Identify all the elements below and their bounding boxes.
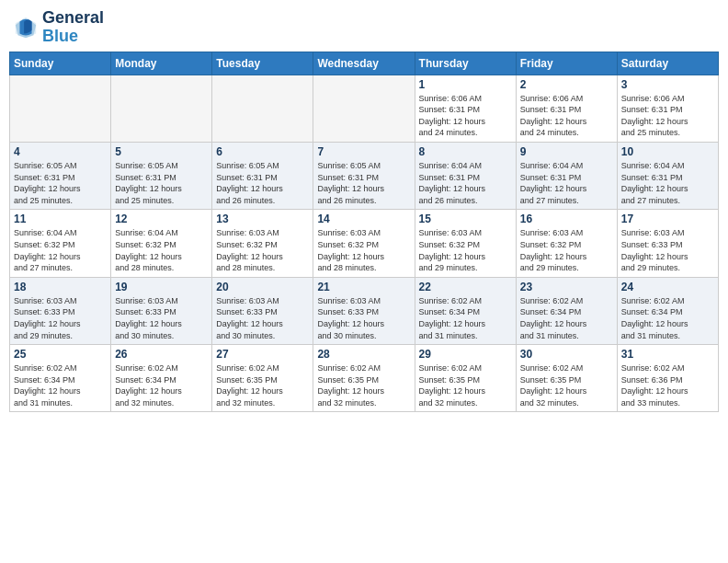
calendar-cell: 31Sunrise: 6:02 AM Sunset: 6:36 PM Dayli… [617,345,718,412]
day-number: 18 [14,281,107,293]
logo-icon [13,15,39,40]
day-info: Sunrise: 6:05 AM Sunset: 6:31 PM Dayligh… [216,160,309,206]
calendar-cell: 10Sunrise: 6:04 AM Sunset: 6:31 PM Dayli… [617,142,718,209]
calendar-cell: 24Sunrise: 6:02 AM Sunset: 6:34 PM Dayli… [617,277,718,344]
calendar-cell: 6Sunrise: 6:05 AM Sunset: 6:31 PM Daylig… [212,142,313,209]
weekday-header-friday: Friday [516,52,617,75]
calendar-week-5: 25Sunrise: 6:02 AM Sunset: 6:34 PM Dayli… [10,345,719,412]
calendar-week-3: 11Sunrise: 6:04 AM Sunset: 6:32 PM Dayli… [10,210,719,277]
day-number: 20 [216,281,309,293]
day-info: Sunrise: 6:03 AM Sunset: 6:33 PM Dayligh… [14,295,107,341]
page-header: General Blue [9,9,719,46]
weekday-header-sunday: Sunday [10,52,111,75]
day-info: Sunrise: 6:03 AM Sunset: 6:33 PM Dayligh… [115,295,208,341]
calendar-cell: 9Sunrise: 6:04 AM Sunset: 6:31 PM Daylig… [516,142,617,209]
day-number: 12 [115,213,208,225]
day-info: Sunrise: 6:06 AM Sunset: 6:31 PM Dayligh… [520,93,613,139]
day-info: Sunrise: 6:02 AM Sunset: 6:34 PM Dayligh… [419,295,512,341]
day-number: 31 [621,348,714,361]
weekday-header-row: SundayMondayTuesdayWednesdayThursdayFrid… [10,52,719,75]
day-info: Sunrise: 6:04 AM Sunset: 6:31 PM Dayligh… [419,160,512,206]
day-info: Sunrise: 6:05 AM Sunset: 6:31 PM Dayligh… [14,160,107,206]
day-info: Sunrise: 6:02 AM Sunset: 6:35 PM Dayligh… [317,362,410,408]
calendar-cell: 26Sunrise: 6:02 AM Sunset: 6:34 PM Dayli… [111,345,212,412]
calendar-cell: 1Sunrise: 6:06 AM Sunset: 6:31 PM Daylig… [415,75,516,142]
day-info: Sunrise: 6:02 AM Sunset: 6:34 PM Dayligh… [520,295,613,341]
day-number: 11 [14,213,107,225]
day-number: 6 [216,145,309,158]
calendar-cell: 29Sunrise: 6:02 AM Sunset: 6:35 PM Dayli… [415,345,516,412]
day-info: Sunrise: 6:02 AM Sunset: 6:35 PM Dayligh… [520,362,613,408]
day-number: 25 [14,348,107,361]
logo: General Blue [13,9,104,46]
calendar-cell [212,75,313,142]
calendar-week-1: 1Sunrise: 6:06 AM Sunset: 6:31 PM Daylig… [10,75,719,142]
day-info: Sunrise: 6:02 AM Sunset: 6:34 PM Dayligh… [14,362,107,408]
day-info: Sunrise: 6:04 AM Sunset: 6:31 PM Dayligh… [621,160,714,206]
weekday-header-tuesday: Tuesday [212,52,313,75]
day-number: 17 [621,213,714,225]
day-info: Sunrise: 6:04 AM Sunset: 6:32 PM Dayligh… [14,227,107,273]
day-info: Sunrise: 6:03 AM Sunset: 6:33 PM Dayligh… [621,227,714,273]
day-number: 26 [115,348,208,361]
weekday-header-wednesday: Wednesday [313,52,415,75]
day-number: 1 [419,78,512,91]
day-number: 13 [216,213,309,225]
day-number: 16 [520,213,613,225]
calendar-cell: 15Sunrise: 6:03 AM Sunset: 6:32 PM Dayli… [415,210,516,277]
calendar-week-2: 4Sunrise: 6:05 AM Sunset: 6:31 PM Daylig… [10,142,719,209]
day-number: 4 [14,145,107,158]
day-number: 3 [621,78,714,91]
calendar-cell: 23Sunrise: 6:02 AM Sunset: 6:34 PM Dayli… [516,277,617,344]
day-number: 7 [317,145,410,158]
day-info: Sunrise: 6:04 AM Sunset: 6:31 PM Dayligh… [520,160,613,206]
calendar-cell: 2Sunrise: 6:06 AM Sunset: 6:31 PM Daylig… [516,75,617,142]
day-number: 29 [419,348,512,361]
day-info: Sunrise: 6:03 AM Sunset: 6:32 PM Dayligh… [216,227,309,273]
day-number: 9 [520,145,613,158]
day-number: 19 [115,281,208,293]
calendar-cell: 22Sunrise: 6:02 AM Sunset: 6:34 PM Dayli… [415,277,516,344]
day-number: 28 [317,348,410,361]
calendar-cell: 8Sunrise: 6:04 AM Sunset: 6:31 PM Daylig… [415,142,516,209]
weekday-header-monday: Monday [111,52,212,75]
calendar-cell: 5Sunrise: 6:05 AM Sunset: 6:31 PM Daylig… [111,142,212,209]
calendar-cell: 7Sunrise: 6:05 AM Sunset: 6:31 PM Daylig… [313,142,415,209]
day-info: Sunrise: 6:04 AM Sunset: 6:32 PM Dayligh… [115,227,208,273]
calendar-cell: 27Sunrise: 6:02 AM Sunset: 6:35 PM Dayli… [212,345,313,412]
calendar-cell: 4Sunrise: 6:05 AM Sunset: 6:31 PM Daylig… [10,142,111,209]
day-number: 15 [419,213,512,225]
day-info: Sunrise: 6:02 AM Sunset: 6:36 PM Dayligh… [621,362,714,408]
calendar-cell: 16Sunrise: 6:03 AM Sunset: 6:32 PM Dayli… [516,210,617,277]
calendar-cell: 13Sunrise: 6:03 AM Sunset: 6:32 PM Dayli… [212,210,313,277]
calendar-table: SundayMondayTuesdayWednesdayThursdayFrid… [9,52,719,413]
calendar-cell: 25Sunrise: 6:02 AM Sunset: 6:34 PM Dayli… [10,345,111,412]
day-info: Sunrise: 6:03 AM Sunset: 6:33 PM Dayligh… [216,295,309,341]
logo-text: General Blue [42,9,104,46]
calendar-cell: 14Sunrise: 6:03 AM Sunset: 6:32 PM Dayli… [313,210,415,277]
calendar-cell: 20Sunrise: 6:03 AM Sunset: 6:33 PM Dayli… [212,277,313,344]
day-number: 27 [216,348,309,361]
day-info: Sunrise: 6:02 AM Sunset: 6:35 PM Dayligh… [419,362,512,408]
day-number: 24 [621,281,714,293]
day-number: 10 [621,145,714,158]
day-number: 22 [419,281,512,293]
day-info: Sunrise: 6:03 AM Sunset: 6:32 PM Dayligh… [419,227,512,273]
day-info: Sunrise: 6:03 AM Sunset: 6:32 PM Dayligh… [317,227,410,273]
day-number: 21 [317,281,410,293]
day-info: Sunrise: 6:02 AM Sunset: 6:34 PM Dayligh… [115,362,208,408]
day-info: Sunrise: 6:03 AM Sunset: 6:33 PM Dayligh… [317,295,410,341]
calendar-cell: 17Sunrise: 6:03 AM Sunset: 6:33 PM Dayli… [617,210,718,277]
calendar-cell: 18Sunrise: 6:03 AM Sunset: 6:33 PM Dayli… [10,277,111,344]
calendar-cell: 12Sunrise: 6:04 AM Sunset: 6:32 PM Dayli… [111,210,212,277]
calendar-cell: 19Sunrise: 6:03 AM Sunset: 6:33 PM Dayli… [111,277,212,344]
calendar-cell [313,75,415,142]
day-number: 8 [419,145,512,158]
day-info: Sunrise: 6:05 AM Sunset: 6:31 PM Dayligh… [115,160,208,206]
day-number: 14 [317,213,410,225]
day-info: Sunrise: 6:02 AM Sunset: 6:35 PM Dayligh… [216,362,309,408]
calendar-cell: 21Sunrise: 6:03 AM Sunset: 6:33 PM Dayli… [313,277,415,344]
calendar-week-4: 18Sunrise: 6:03 AM Sunset: 6:33 PM Dayli… [10,277,719,344]
day-info: Sunrise: 6:02 AM Sunset: 6:34 PM Dayligh… [621,295,714,341]
day-number: 30 [520,348,613,361]
